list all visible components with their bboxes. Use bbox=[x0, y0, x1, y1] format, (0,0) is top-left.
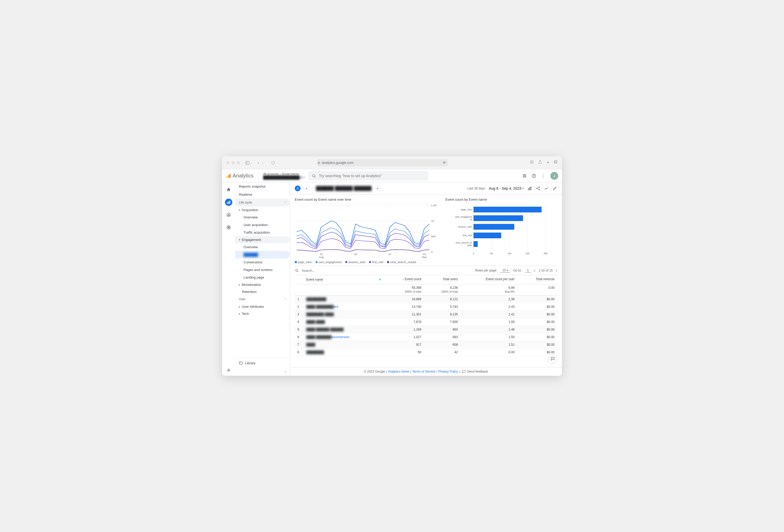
sidebar-pages-screens[interactable]: Pages and screens bbox=[235, 266, 290, 274]
date-range-picker[interactable]: Aug 8 - Sep 4, 2023▾ bbox=[489, 186, 524, 191]
feedback-fab[interactable] bbox=[548, 354, 557, 363]
reports-icon[interactable] bbox=[225, 199, 232, 206]
event-name-cell[interactable]: ████ ████████ent bbox=[304, 303, 384, 311]
sidebar-user-attributes[interactable]: ▸User Attributes bbox=[235, 303, 290, 310]
svg-rect-18 bbox=[524, 177, 525, 177]
legend-item[interactable]: view_search_results bbox=[387, 260, 416, 264]
search-input[interactable] bbox=[319, 174, 425, 178]
sidebar-tech[interactable]: ▸Tech bbox=[235, 310, 290, 317]
sidebar-monetization[interactable]: ▸Monetization bbox=[235, 281, 290, 288]
sidebar-toggle-icon[interactable]: ⌄ bbox=[245, 160, 252, 165]
add-dimension-button[interactable]: + bbox=[375, 186, 381, 191]
tabs-icon[interactable] bbox=[554, 160, 558, 165]
sidebar-engagement[interactable]: ▾Engagement bbox=[235, 236, 290, 243]
table-row[interactable]: 4████ ████7,6787,6551.00$0.00 bbox=[295, 318, 557, 326]
edit-icon[interactable] bbox=[553, 186, 557, 191]
table-row[interactable]: 6████ ███████toconversion1,0276831.50$0.… bbox=[295, 333, 557, 341]
sidebar-retention[interactable]: Retention bbox=[235, 288, 290, 295]
legend-item[interactable]: page_view bbox=[295, 260, 312, 264]
legend-item[interactable]: session_start bbox=[345, 260, 365, 264]
legend-item[interactable]: first_visit bbox=[369, 260, 383, 264]
event-name-cell[interactable]: █████████ bbox=[304, 296, 384, 303]
collapse-sidebar-icon[interactable]: ‹ bbox=[235, 368, 290, 376]
share-icon[interactable] bbox=[538, 160, 542, 165]
sidebar-realtime[interactable]: Realtime bbox=[235, 191, 290, 199]
rows-per-page-select[interactable]: 10 ▾ bbox=[500, 268, 510, 273]
sidebar-user-acquisition[interactable]: User acquisition bbox=[235, 221, 290, 229]
table-row[interactable]: 8████████50420.00$0.00 bbox=[295, 348, 557, 356]
footer-privacy[interactable]: Privacy Policy bbox=[439, 370, 458, 373]
customize-report-icon[interactable] bbox=[527, 186, 532, 191]
explore-icon[interactable] bbox=[225, 211, 232, 219]
admin-gear-icon[interactable] bbox=[225, 368, 232, 376]
table-row[interactable]: 1█████████18,8858,1222.36$0.00 bbox=[295, 296, 557, 303]
sidebar-conversions[interactable]: Conversions bbox=[235, 258, 290, 266]
event-name-cell[interactable]: ████ ████ bbox=[304, 318, 384, 326]
event-name-cell[interactable]: ████ bbox=[304, 341, 384, 348]
url-bar[interactable]: analytics.google.com ⟳ bbox=[317, 159, 448, 166]
maximize-window-icon[interactable] bbox=[237, 161, 240, 164]
add-comparison-button[interactable]: + bbox=[304, 186, 309, 191]
legend-item[interactable]: user_engagement bbox=[315, 260, 342, 264]
sidebar-eng-selected[interactable]: ██████ bbox=[235, 251, 290, 258]
goto-input[interactable]: 1 bbox=[525, 268, 531, 273]
footer-tos[interactable]: Terms of Service bbox=[412, 370, 436, 373]
comparison-chip-a[interactable]: A bbox=[295, 186, 301, 191]
account-selector[interactable]: All accounts › Social Intents ██████████… bbox=[263, 172, 305, 179]
search-bar[interactable] bbox=[308, 171, 428, 180]
bar-chart[interactable]: 05K10K15K20Kpage_viewuser_engagementsess… bbox=[445, 203, 557, 256]
sidebar-section-lifecycle[interactable]: Life cycle⌃ bbox=[235, 199, 290, 206]
add-dimension-column[interactable]: + bbox=[379, 277, 381, 282]
sidebar-acq-overview[interactable]: Overview bbox=[235, 214, 290, 221]
col-event-name[interactable]: Event name bbox=[306, 278, 323, 282]
help-icon[interactable] bbox=[532, 173, 536, 178]
svg-point-33 bbox=[536, 188, 537, 189]
close-window-icon[interactable] bbox=[226, 161, 229, 164]
more-icon[interactable]: ⋮ bbox=[541, 173, 546, 179]
table-search-input[interactable] bbox=[302, 269, 354, 273]
table-row[interactable]: 7████9176081.51$0.00 bbox=[295, 341, 557, 348]
line-chart[interactable]: 05001K1.5K13Aug202703Sep bbox=[295, 203, 440, 258]
apps-icon[interactable] bbox=[522, 173, 527, 178]
app-footer: © 2023 Google | Analytics home | Terms o… bbox=[290, 367, 562, 376]
col-revenue[interactable]: Total revenue bbox=[536, 277, 555, 281]
insights-icon[interactable] bbox=[544, 186, 549, 191]
analytics-logo[interactable]: Analytics bbox=[226, 173, 253, 179]
forward-button[interactable]: › bbox=[262, 161, 263, 165]
event-name-cell[interactable]: ████████ ████ bbox=[304, 311, 384, 318]
svg-rect-15 bbox=[524, 175, 525, 176]
sidebar-eng-overview[interactable]: Overview bbox=[235, 243, 290, 251]
table-row[interactable]: 2████ ████████ent13,7405,7432.43$0.00 bbox=[295, 303, 557, 311]
back-button[interactable]: ‹ bbox=[258, 161, 259, 165]
table-row[interactable]: 5████ ██████ ██████1,1688031.46$0.00 bbox=[295, 326, 557, 333]
shield-icon[interactable] bbox=[271, 161, 275, 165]
avatar[interactable]: J bbox=[550, 172, 558, 180]
footer-send-feedback[interactable]: Send feedback bbox=[467, 370, 488, 373]
advertising-icon[interactable] bbox=[225, 224, 232, 231]
col-event-count[interactable]: Event count bbox=[405, 277, 421, 281]
reload-icon[interactable]: ⟳ bbox=[443, 161, 446, 165]
sidebar-section-user[interactable]: User⌃ bbox=[235, 295, 290, 303]
svg-rect-13 bbox=[525, 174, 526, 175]
next-page-icon[interactable]: › bbox=[556, 268, 557, 273]
home-icon[interactable] bbox=[225, 186, 232, 193]
new-tab-icon[interactable]: + bbox=[547, 160, 549, 165]
prev-page-icon[interactable]: ‹ bbox=[534, 268, 535, 273]
svg-rect-31 bbox=[529, 187, 530, 190]
footer-analytics-home[interactable]: Analytics home bbox=[388, 370, 409, 373]
event-name-cell[interactable]: ████ ███████toconversion bbox=[304, 333, 384, 341]
share-report-icon[interactable] bbox=[536, 186, 540, 191]
sidebar-traffic-acquisition[interactable]: Traffic acquisition bbox=[235, 229, 290, 236]
col-per-user[interactable]: Event count per user bbox=[485, 277, 514, 281]
col-total-users[interactable]: Total users bbox=[443, 277, 458, 281]
sidebar-reports-snapshot[interactable]: Reports snapshot bbox=[235, 183, 290, 191]
event-name-cell[interactable]: ████ ██████ ██████ bbox=[304, 326, 384, 333]
table-row[interactable]: 3████████ ████11,3018,1351.41$0.00 bbox=[295, 311, 557, 318]
download-icon[interactable] bbox=[530, 160, 534, 165]
sidebar-library[interactable]: Library bbox=[235, 358, 290, 368]
line-chart-title: Event count by Event name over time bbox=[295, 198, 440, 201]
event-name-cell[interactable]: ████████ bbox=[304, 348, 384, 356]
sidebar-landing-page[interactable]: Landing page bbox=[235, 274, 290, 281]
sidebar-acquisition[interactable]: ▾Acquisition bbox=[235, 206, 290, 214]
minimize-window-icon[interactable] bbox=[231, 161, 235, 164]
